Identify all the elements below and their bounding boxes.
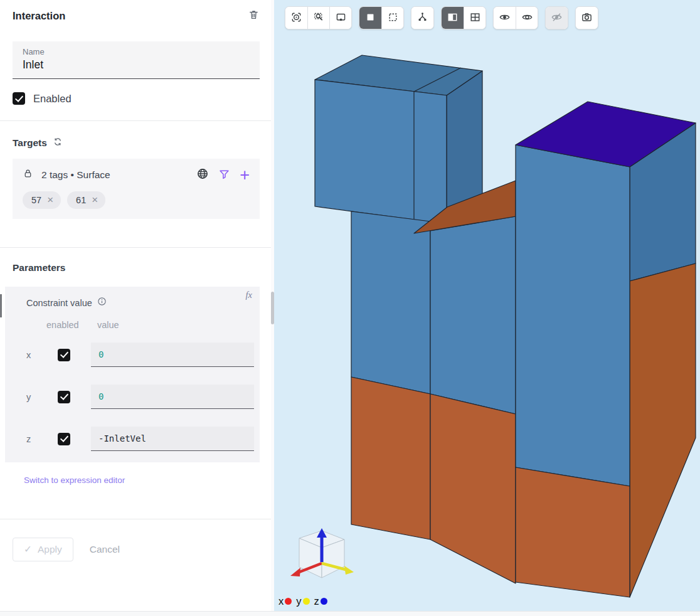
eye-outline-icon [521, 11, 533, 25]
targets-card: 2 tags • Surface + [13, 159, 260, 219]
enabled-checkbox[interactable] [13, 92, 25, 105]
param-row-z: z [26, 427, 254, 451]
divider [0, 120, 271, 121]
solid-render-button[interactable] [359, 7, 381, 29]
parameters-heading: Parameters [13, 262, 260, 273]
axis-x-letter: x [278, 595, 284, 607]
global-selection-button[interactable] [196, 167, 209, 182]
info-icon[interactable] [97, 297, 107, 309]
eye-off-icon [551, 11, 563, 25]
name-input[interactable] [23, 56, 250, 74]
action-buttons: ✓ Apply Cancel [13, 538, 260, 561]
hide-button[interactable] [546, 7, 568, 29]
face-right-tower-front-orange[interactable] [516, 467, 630, 597]
tag-chip: 57 × [23, 191, 61, 209]
model-geometry[interactable] [315, 55, 696, 597]
z-value-input[interactable] [91, 427, 254, 451]
param-row-y: y [26, 385, 254, 409]
show-button[interactable] [494, 7, 516, 29]
face-center-blue[interactable] [430, 216, 516, 414]
toolbar-group-render [359, 6, 404, 29]
name-field: Name [13, 41, 260, 79]
delete-button[interactable] [248, 9, 260, 23]
constraint-value-card: fx Constraint value enabled value x y [5, 287, 260, 462]
y-value-input[interactable] [91, 385, 254, 409]
x-axis-arrowhead [290, 568, 300, 576]
column-value: value [97, 320, 119, 330]
filter-button[interactable] [218, 168, 230, 182]
apply-button[interactable]: ✓ Apply [13, 538, 73, 561]
axis-x-key: x [278, 595, 292, 607]
3d-viewport[interactable]: x y z [274, 0, 700, 611]
y-enabled-checkbox[interactable] [58, 391, 70, 403]
constraint-column-headers: enabled value [26, 320, 254, 330]
panel-header: Interaction [13, 6, 260, 25]
toolbar-group-topology [411, 6, 434, 29]
add-tag-button[interactable]: + [240, 169, 250, 181]
name-field-label: Name [23, 47, 250, 56]
divider [0, 519, 271, 519]
wireframe-render-button[interactable] [381, 7, 403, 29]
face-lower-left-orange[interactable] [351, 377, 430, 539]
zoom-selection-button[interactable] [329, 7, 351, 29]
screenshot-button[interactable] [576, 7, 598, 29]
show-selected-button[interactable] [516, 7, 538, 29]
orientation-gizmo[interactable] [290, 528, 354, 578]
viewport-canvas[interactable] [274, 0, 700, 611]
expression-editor-link[interactable]: Switch to expression editor [24, 475, 125, 485]
targets-summary-row: 2 tags • Surface + [23, 167, 250, 182]
remove-tag-icon[interactable]: × [47, 194, 53, 205]
x-enabled-checkbox[interactable] [58, 349, 70, 361]
enabled-row: Enabled [13, 92, 260, 105]
branch-icon [416, 11, 428, 25]
axis-z-label: z [26, 434, 46, 444]
face-lower-left-blue[interactable] [351, 211, 430, 394]
axis-z-letter: z [314, 595, 319, 607]
formula-button[interactable]: fx [246, 290, 252, 300]
solid-square-icon [364, 11, 376, 25]
toolbar-group-visibility [493, 6, 538, 29]
fit-view-button[interactable] [285, 7, 307, 29]
split-view-button[interactable] [442, 7, 464, 29]
split-view-icon [447, 11, 459, 25]
topology-view-button[interactable] [411, 7, 433, 29]
filter-icon [218, 168, 230, 182]
quad-view-button[interactable] [464, 7, 485, 29]
axis-x-label: x [26, 350, 46, 360]
zoom-window-button[interactable] [307, 7, 329, 29]
targets-actions: + [196, 167, 250, 182]
targets-heading: Targets [13, 137, 47, 149]
axis-z-dot [321, 598, 327, 605]
face-right-tower-side-orange[interactable] [630, 263, 696, 597]
cancel-button[interactable]: Cancel [90, 544, 120, 555]
divider [0, 247, 271, 248]
face-left-tower-front[interactable] [315, 80, 447, 224]
axis-y-dot [303, 598, 310, 605]
quad-view-icon [469, 11, 481, 25]
lock-icon [23, 168, 33, 181]
globe-icon [196, 167, 209, 182]
remove-tag-icon[interactable]: × [92, 194, 98, 205]
check-icon: ✓ [24, 544, 32, 555]
refresh-targets-button[interactable] [53, 137, 63, 149]
apply-label: Apply [38, 544, 62, 555]
axis-y-letter: y [296, 595, 301, 607]
x-value-input[interactable] [91, 343, 254, 367]
toolbar-group-hide [545, 6, 568, 29]
axis-y-label: y [26, 392, 46, 402]
toolbar-group-layout [441, 6, 486, 29]
constraint-title-row: Constraint value [26, 297, 254, 309]
toolbar-group-zoom [285, 6, 352, 29]
z-enabled-checkbox[interactable] [58, 433, 70, 445]
param-row-x: x [26, 343, 254, 367]
axis-triad-labels: x y z [278, 595, 327, 607]
targets-summary: 2 tags • Surface [41, 169, 110, 181]
y-axis-arrowhead [344, 566, 354, 575]
tag-chip-list: 57 × 61 × [23, 191, 250, 209]
axis-y-key: y [296, 595, 309, 607]
camera-icon [581, 11, 593, 25]
face-right-tower-front-blue[interactable] [516, 145, 630, 486]
face-center-orange[interactable] [430, 394, 516, 583]
horizontal-scrollbar[interactable] [0, 611, 700, 616]
tag-chip: 61 × [67, 191, 105, 209]
